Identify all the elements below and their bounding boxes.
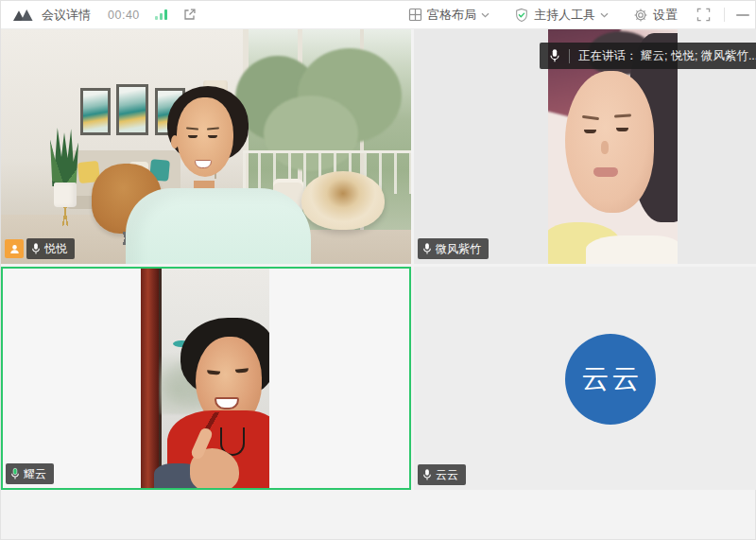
topbar: 会议详情 00:40	[1, 1, 755, 29]
meeting-window: 会议详情 00:40	[0, 0, 756, 540]
app-logo-icon	[12, 8, 34, 22]
microphone-speaking-icon	[10, 467, 20, 480]
participant-name: 微风紫竹	[436, 243, 481, 254]
speaking-banner: 正在讲话： 耀云; 悦悦; 微风紫竹...	[540, 43, 756, 69]
grid-layout-icon	[408, 8, 422, 22]
microphone-icon	[31, 242, 41, 255]
participant-video	[3, 269, 409, 488]
host-tools-label: 主持人工具	[534, 7, 595, 24]
speaking-banner-text: 正在讲话： 耀云; 悦悦; 微风紫竹...	[578, 48, 756, 64]
meeting-timer: 00:40	[108, 9, 140, 22]
topbar-divider	[724, 8, 725, 22]
video-tile-yunyun[interactable]: 云云 云云	[414, 267, 756, 490]
video-tile-yueyue[interactable]: 悦悦	[1, 29, 411, 264]
fullscreen-icon	[696, 8, 711, 22]
name-badge: 悦悦	[26, 238, 75, 259]
network-signal-icon	[155, 9, 167, 20]
settings-button[interactable]: 设置	[633, 7, 678, 24]
menu-icon	[736, 14, 749, 16]
name-badge: 耀云	[6, 463, 54, 484]
grid-layout-label: 宫格布局	[427, 7, 476, 24]
gear-icon	[633, 8, 648, 23]
host-person-icon	[9, 243, 21, 255]
host-badge	[5, 239, 24, 258]
banner-divider	[569, 49, 570, 63]
chevron-down-icon	[600, 12, 609, 18]
name-badge: 微风紫竹	[418, 238, 489, 259]
grid-layout-button[interactable]: 宫格布局	[408, 7, 490, 24]
topbar-right: 宫格布局 主持人工具	[408, 7, 755, 24]
avatar: 云云	[565, 334, 656, 425]
participant-video	[1, 29, 411, 264]
participant-name: 耀云	[24, 468, 46, 479]
participant-name: 云云	[436, 469, 458, 480]
popout-icon	[182, 8, 197, 22]
participant-name: 悦悦	[44, 243, 67, 254]
topbar-left: 会议详情 00:40	[12, 7, 197, 24]
avatar-text: 云云	[579, 360, 643, 398]
settings-label: 设置	[653, 7, 678, 24]
name-badge: 云云	[418, 464, 466, 485]
fullscreen-button[interactable]	[696, 8, 711, 22]
microphone-icon	[549, 48, 560, 63]
microphone-icon	[422, 468, 432, 481]
chevron-down-icon	[481, 12, 490, 18]
host-tools-button[interactable]: 主持人工具	[514, 7, 609, 24]
microphone-icon	[422, 242, 432, 255]
menu-button[interactable]	[736, 14, 755, 16]
video-grid: 正在讲话： 耀云; 悦悦; 微风紫竹...	[1, 29, 756, 490]
popout-button[interactable]	[182, 8, 197, 22]
meeting-details-button[interactable]: 会议详情	[42, 7, 91, 24]
video-tile-yaoyun-active[interactable]: 耀云	[1, 267, 411, 490]
shield-check-icon	[514, 8, 529, 23]
bottom-strip	[1, 490, 755, 540]
